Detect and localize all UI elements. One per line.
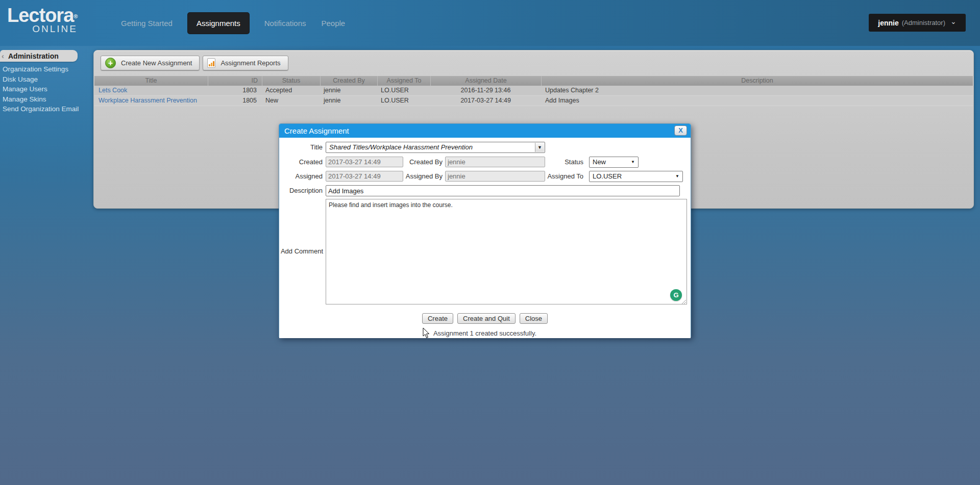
create-and-quit-button[interactable]: Create and Quit: [457, 313, 516, 324]
cell-description: Add Images: [541, 96, 973, 106]
created-label: Created: [279, 157, 323, 168]
sidebar-header-administration[interactable]: ‹ Administration: [0, 50, 78, 62]
created-by-label: Created By: [381, 157, 443, 168]
table-row: Workplace Harassment Prevention 1805 New…: [94, 96, 973, 106]
column-header-description[interactable]: Description: [541, 76, 973, 86]
logo-wordmark: Lectora®: [7, 5, 84, 25]
assignments-table: Title ID Status Created By Assigned To A…: [94, 76, 973, 106]
assigned-to-select-value: LO.USER: [593, 172, 622, 180]
table-header-row: Title ID Status Created By Assigned To A…: [94, 76, 973, 86]
assigned-by-label: Assigned By: [381, 171, 443, 182]
dropdown-arrow-icon[interactable]: ▼: [535, 143, 544, 152]
description-input[interactable]: [326, 185, 680, 196]
description-label: Description: [279, 185, 323, 196]
lectora-logo: Lectora® ONLINE: [7, 5, 84, 35]
status-message: Assignment 1 created successfully.: [279, 329, 691, 337]
plus-icon: +: [105, 58, 116, 68]
cell-created-by: jennie: [320, 86, 377, 95]
status-label: Status: [524, 157, 583, 168]
dialog-titlebar[interactable]: Create Assignment X: [279, 124, 691, 138]
assignment-link[interactable]: Lets Cook: [99, 87, 127, 94]
dropdown-arrow-icon: ▼: [631, 160, 635, 164]
sidebar-item-manage-users[interactable]: Manage Users: [3, 84, 100, 94]
cell-assigned-to: LO.USER: [377, 86, 430, 95]
create-new-assignment-label: Create New Assignment: [121, 59, 192, 67]
chevron-down-icon: ⌄: [950, 19, 957, 24]
registered-mark: ®: [74, 13, 77, 19]
tab-getting-started[interactable]: Getting Started: [121, 19, 173, 28]
table-row: Lets Cook 1803 Accepted jennie LO.USER 2…: [94, 86, 973, 96]
assigned-to-select[interactable]: LO.USER ▼: [589, 171, 683, 182]
dialog-title: Create Assignment: [284, 126, 349, 135]
sidebar-item-organization-settings[interactable]: Organization Settings: [3, 64, 100, 74]
sidebar-item-disk-usage[interactable]: Disk Usage: [3, 74, 100, 85]
column-header-title[interactable]: Title: [94, 76, 208, 86]
column-header-assigned-to[interactable]: Assigned To: [377, 76, 430, 86]
app-header: Lectora® ONLINE Getting Started Assignme…: [0, 0, 980, 46]
column-header-created-by[interactable]: Created By: [320, 76, 377, 86]
dialog-button-row: Create Create and Quit Close: [279, 313, 691, 324]
create-new-assignment-button[interactable]: + Create New Assignment: [101, 56, 200, 70]
cell-status: Accepted: [262, 86, 320, 95]
title-select-value: Shared Titles/Workplace Harassment Preve…: [329, 143, 473, 151]
collapse-icon: ‹: [2, 52, 4, 60]
sidebar-menu: Organization Settings Disk Usage Manage …: [3, 64, 100, 114]
cell-id: 1803: [208, 86, 262, 95]
user-name: jennie: [878, 19, 898, 27]
title-field-label: Title: [279, 142, 323, 153]
create-button[interactable]: Create: [422, 313, 453, 324]
cell-status: New: [262, 96, 320, 106]
tab-notifications[interactable]: Notifications: [264, 19, 306, 28]
cell-assigned-date: 2017-03-27 14:49: [430, 96, 541, 106]
tab-people[interactable]: People: [321, 19, 345, 28]
assigned-to-label: Assigned To: [524, 171, 583, 182]
cell-created-by: jennie: [320, 96, 377, 106]
create-assignment-dialog: Create Assignment X Title Shared Titles/…: [279, 123, 691, 338]
user-menu-button[interactable]: jennie (Administrator) ⌄: [869, 14, 966, 32]
bar-chart-icon: [207, 58, 215, 68]
status-select[interactable]: New ▼: [589, 157, 639, 168]
column-header-id[interactable]: ID: [208, 76, 262, 86]
sidebar-title: Administration: [8, 52, 59, 60]
close-button[interactable]: Close: [520, 313, 548, 324]
user-role: (Administrator): [902, 19, 945, 27]
dropdown-arrow-icon: ▼: [675, 174, 679, 178]
status-select-value: New: [593, 158, 606, 166]
comment-textarea[interactable]: Please find and insert images into the c…: [326, 199, 687, 304]
assigned-label: Assigned: [279, 171, 323, 182]
assignment-reports-button[interactable]: Assignment Reports: [203, 56, 288, 70]
sidebar-item-send-organization-email[interactable]: Send Organization Email: [3, 104, 100, 114]
assignments-toolbar: + Create New Assignment Assignment Repor…: [101, 56, 288, 70]
tab-assignments[interactable]: Assignments: [188, 13, 249, 34]
assignment-reports-label: Assignment Reports: [220, 59, 280, 67]
dialog-body: Title Shared Titles/Workplace Harassment…: [279, 138, 691, 338]
add-comment-label: Add Comment: [279, 246, 323, 257]
title-select[interactable]: Shared Titles/Workplace Harassment Preve…: [326, 142, 545, 153]
cell-description: Updates Chapter 2: [541, 86, 973, 95]
column-header-assigned-date[interactable]: Assigned Date: [430, 76, 541, 86]
assignment-link[interactable]: Workplace Harassment Prevention: [99, 97, 197, 104]
main-nav: Getting Started Assignments Notification…: [121, 0, 345, 46]
column-header-status[interactable]: Status: [262, 76, 320, 86]
resize-handle[interactable]: [680, 298, 687, 304]
logo-text: Lectora: [7, 5, 74, 26]
cell-id: 1805: [208, 96, 262, 106]
cell-assigned-date: 2016-11-29 13:46: [430, 86, 541, 95]
close-icon[interactable]: X: [674, 125, 687, 136]
cell-assigned-to: LO.USER: [377, 96, 430, 106]
sidebar-item-manage-skins[interactable]: Manage Skins: [3, 94, 100, 105]
